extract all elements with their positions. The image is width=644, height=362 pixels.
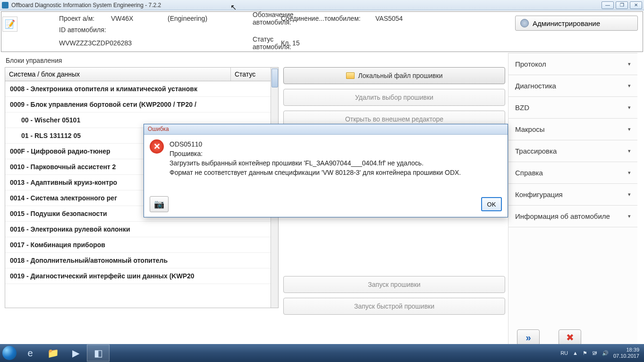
vehicle-id-label: ID автомобиля: bbox=[59, 26, 111, 34]
notes-icon[interactable]: 📝 bbox=[2, 17, 17, 32]
tray-action-icon[interactable]: ⚑ bbox=[583, 350, 587, 356]
col-system[interactable]: Система / блок данных bbox=[5, 68, 231, 81]
vehicle-status-label: Статус автомобиля: bbox=[253, 35, 281, 51]
start-flash-button[interactable]: Запуск прошивки bbox=[283, 276, 505, 293]
windows-taskbar: e 📁 ▶ ◧ RU ▲ ⚑ 🖳 🔊 18:39 07.10.2017 bbox=[0, 344, 644, 362]
error-line: Прошивка: bbox=[169, 149, 461, 158]
accordion-item[interactable]: Макросы▾ bbox=[508, 119, 637, 140]
accordion-item[interactable]: Информация об автомобиле▾ bbox=[508, 206, 637, 227]
taskbar-app-icon[interactable]: ◧ bbox=[87, 345, 110, 362]
vehicle-designation-label: Обозначение автомобиля: bbox=[253, 11, 281, 26]
table-row[interactable]: 0008 - Электроника отопителя и климатиче… bbox=[5, 81, 278, 97]
tray-network-icon[interactable]: 🖳 bbox=[592, 350, 597, 356]
lang-indicator[interactable]: RU bbox=[560, 350, 568, 356]
table-row[interactable]: 0017 - Комбинация приборов bbox=[5, 237, 278, 253]
connection-value: VAS5054 bbox=[375, 15, 441, 22]
connection-label: Соединение...томобилем: bbox=[281, 15, 375, 22]
accordion-item[interactable]: Справка▾ bbox=[508, 162, 637, 184]
error-dialog-title: Ошибка bbox=[144, 124, 508, 135]
admin-button[interactable]: Администрирование bbox=[515, 16, 638, 31]
start-flash-label: Запуск прошивки bbox=[368, 281, 420, 288]
taskbar-explorer-icon[interactable]: 📁 bbox=[42, 345, 64, 362]
gear-icon bbox=[520, 19, 529, 27]
error-line: Загрузить выбранный контейнер прошивки '… bbox=[169, 158, 461, 168]
chevron-down-icon: ▾ bbox=[628, 148, 631, 154]
window-titlebar: Offboard Diagnostic Information System E… bbox=[0, 0, 644, 10]
side-accordion: Протокол▾ Диагностика▾ BZD▾ Макросы▾ Тра… bbox=[508, 53, 637, 227]
clock-time: 18:39 bbox=[613, 347, 639, 353]
windows-orb-icon bbox=[2, 346, 17, 360]
ok-button[interactable]: OK bbox=[481, 197, 502, 211]
chevron-down-icon: ▾ bbox=[628, 126, 631, 132]
admin-button-label: Администрирование bbox=[533, 19, 600, 27]
chevron-down-icon: ▾ bbox=[628, 83, 631, 89]
app-icon bbox=[2, 2, 8, 9]
accordion-item[interactable]: BZD▾ bbox=[508, 97, 637, 119]
table-row[interactable]: 0016 - Электроника рулевой колонки bbox=[5, 222, 278, 237]
chevron-down-icon: ▾ bbox=[628, 104, 631, 111]
maximize-button[interactable]: ❐ bbox=[616, 1, 628, 9]
delete-flash-selection-button[interactable]: Удалить выбор прошивки bbox=[283, 89, 505, 106]
project-value: VW46X bbox=[111, 15, 168, 22]
project-label: Проект а/м: bbox=[59, 15, 111, 22]
taskbar-media-icon[interactable]: ▶ bbox=[64, 345, 87, 362]
vehicle-id-value: WVWZZZ3CZDP026283 bbox=[59, 39, 253, 47]
taskbar-ie-icon[interactable]: e bbox=[19, 345, 42, 362]
table-row[interactable]: 0019 - Диагностический интерфейс шин дан… bbox=[5, 268, 278, 284]
error-icon: ✕ bbox=[150, 139, 164, 154]
start-fast-flash-label: Запуск быстрой прошивки bbox=[354, 302, 434, 310]
local-flash-file-label: Локальный файл прошивки bbox=[358, 72, 443, 79]
cancel-nav-button[interactable]: ✖ bbox=[559, 329, 581, 345]
tray-volume-icon[interactable]: 🔊 bbox=[602, 350, 609, 356]
error-code: ODS05110 bbox=[169, 139, 461, 149]
accordion-item[interactable]: Трассировка▾ bbox=[508, 140, 637, 162]
scrollbar-thumb[interactable] bbox=[271, 69, 278, 87]
error-dialog: Ошибка ✕ ODS05110 Прошивка: Загрузить вы… bbox=[144, 124, 508, 217]
screenshot-button[interactable]: 📷 bbox=[150, 196, 169, 212]
clock-date: 07.10.2017 bbox=[613, 353, 639, 359]
chevron-down-icon: ▾ bbox=[628, 61, 631, 67]
chevron-down-icon: ▾ bbox=[628, 213, 631, 219]
taskbar-clock[interactable]: 18:39 07.10.2017 bbox=[613, 347, 641, 359]
accordion-item[interactable]: Диагностика▾ bbox=[508, 75, 637, 97]
start-fast-flash-button[interactable]: Запуск быстрой прошивки bbox=[283, 298, 505, 315]
mode-value: (Engineering) bbox=[168, 15, 253, 22]
chevron-down-icon: ▾ bbox=[628, 191, 631, 198]
accordion-item[interactable]: Конфигурация▾ bbox=[508, 184, 637, 206]
vehicle-info-panel: Проект а/м: VW46X (Engineering) Обозначе… bbox=[1, 11, 643, 52]
start-button[interactable] bbox=[0, 344, 19, 362]
table-row[interactable]: 0009 - Блок управления бортовой сети (KW… bbox=[5, 97, 278, 112]
table-row[interactable]: 0018 - Дополнительный/автономный отопите… bbox=[5, 253, 278, 268]
chevron-down-icon: ▾ bbox=[628, 170, 631, 176]
forward-button[interactable]: » bbox=[517, 329, 540, 345]
folder-icon bbox=[346, 72, 355, 79]
error-line: Формат не соответствует данным специфика… bbox=[169, 168, 461, 177]
close-button[interactable]: ✕ bbox=[630, 1, 642, 9]
accordion-item[interactable]: Протокол▾ bbox=[508, 53, 637, 75]
open-external-editor-label: Открыть во внешнем редакторе bbox=[345, 115, 443, 123]
window-title: Offboard Diagnostic Information System E… bbox=[11, 2, 161, 9]
ecu-section-title: Блоки управления bbox=[5, 55, 279, 67]
local-flash-file-button[interactable]: Локальный файл прошивки bbox=[283, 67, 505, 84]
tray-flag-icon[interactable]: ▲ bbox=[573, 350, 578, 356]
minimize-button[interactable]: — bbox=[602, 1, 614, 9]
vehicle-status-value: Кл. 15 bbox=[281, 39, 375, 47]
delete-flash-selection-label: Удалить выбор прошивки bbox=[355, 94, 433, 101]
